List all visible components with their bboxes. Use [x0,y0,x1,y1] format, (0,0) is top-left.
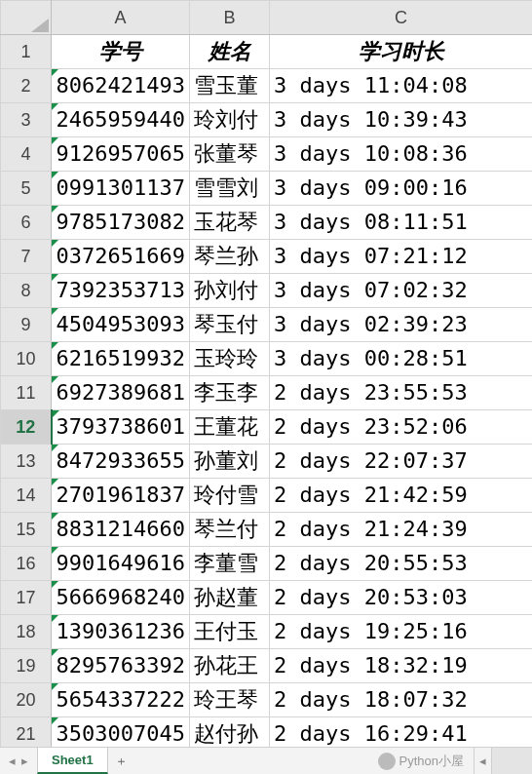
col-header-a[interactable]: A [52,1,190,35]
cell-B5[interactable]: 雪雪刘 [190,172,270,206]
col-header-b[interactable]: B [190,1,270,35]
cell-B12[interactable]: 王董花 [190,410,270,445]
cell-C14[interactable]: 2 days 21:42:59 [270,479,533,513]
cell-B17[interactable]: 孙赵董 [190,581,270,615]
cell-A17[interactable]: 5666968240 [52,581,190,615]
sheet-tab-active[interactable]: Sheet1 [37,748,108,774]
cell-A10[interactable]: 6216519932 [52,342,190,376]
cell-B2[interactable]: 雪玉董 [190,69,270,103]
cell-B4[interactable]: 张董琴 [190,137,270,172]
grid-table: A B C 1学号姓名学习时长28062421493雪玉董3 days 11:0… [0,0,532,747]
row-header[interactable]: 10 [1,342,52,376]
add-sheet-button[interactable]: ＋ [108,748,135,774]
cell-B16[interactable]: 李董雪 [190,547,270,581]
cell-C8[interactable]: 3 days 07:02:32 [270,274,533,308]
row-header[interactable]: 18 [1,615,52,649]
cell-B15[interactable]: 琴兰付 [190,513,270,547]
cell-A19[interactable]: 8295763392 [52,649,190,683]
hscroll-track[interactable] [491,748,532,774]
cell-B1[interactable]: 姓名 [190,35,270,69]
cell-A7[interactable]: 0372651669 [52,240,190,274]
cell-C16[interactable]: 2 days 20:55:53 [270,547,533,581]
cell-B21[interactable]: 赵付孙 [190,717,270,748]
cell-A11[interactable]: 6927389681 [52,376,190,410]
row-header[interactable]: 14 [1,479,52,513]
row-header[interactable]: 20 [1,683,52,717]
cell-A18[interactable]: 1390361236 [52,615,190,649]
cell-A20[interactable]: 5654337222 [52,683,190,717]
cell-A2[interactable]: 8062421493 [52,69,190,103]
row-header[interactable]: 6 [1,206,52,240]
cell-B18[interactable]: 王付玉 [190,615,270,649]
cell-C11[interactable]: 2 days 23:55:53 [270,376,533,410]
cell-C19[interactable]: 2 days 18:32:19 [270,649,533,683]
spreadsheet-grid[interactable]: A B C 1学号姓名学习时长28062421493雪玉董3 days 11:0… [0,0,532,747]
cell-C1[interactable]: 学习时长 [270,35,533,69]
watermark: Python小屋 [368,748,474,774]
row-header[interactable]: 17 [1,581,52,615]
row-header[interactable]: 21 [1,717,52,748]
cell-B7[interactable]: 琴兰孙 [190,240,270,274]
cell-C7[interactable]: 3 days 07:21:12 [270,240,533,274]
cell-C6[interactable]: 3 days 08:11:51 [270,206,533,240]
cell-A5[interactable]: 0991301137 [52,172,190,206]
cell-C3[interactable]: 3 days 10:39:43 [270,103,533,137]
cell-C18[interactable]: 2 days 19:25:16 [270,615,533,649]
watermark-text: Python小屋 [399,753,464,770]
col-header-c[interactable]: C [270,1,533,35]
cell-A16[interactable]: 9901649616 [52,547,190,581]
cell-A3[interactable]: 2465959440 [52,103,190,137]
cell-B19[interactable]: 孙花王 [190,649,270,683]
cell-B6[interactable]: 玉花琴 [190,206,270,240]
cell-A15[interactable]: 8831214660 [52,513,190,547]
cell-C5[interactable]: 3 days 09:00:16 [270,172,533,206]
cell-A14[interactable]: 2701961837 [52,479,190,513]
cell-C2[interactable]: 3 days 11:04:08 [270,69,533,103]
row-header[interactable]: 8 [1,274,52,308]
cell-C21[interactable]: 2 days 16:29:41 [270,717,533,748]
cell-B8[interactable]: 孙刘付 [190,274,270,308]
sheet-tab-bar: ◂ ▸ Sheet1 ＋ Python小屋 ◂ [0,747,532,774]
cell-B13[interactable]: 孙董刘 [190,445,270,479]
cell-B11[interactable]: 李玉李 [190,376,270,410]
hscroll-left-button[interactable]: ◂ [474,748,491,774]
cell-B3[interactable]: 玲刘付 [190,103,270,137]
cell-C20[interactable]: 2 days 18:07:32 [270,683,533,717]
row-header[interactable]: 3 [1,103,52,137]
select-all-corner[interactable] [1,1,52,35]
cell-B10[interactable]: 玉玲玲 [190,342,270,376]
row-header[interactable]: 11 [1,376,52,410]
row-header[interactable]: 13 [1,445,52,479]
cell-A4[interactable]: 9126957065 [52,137,190,172]
cell-C15[interactable]: 2 days 21:24:39 [270,513,533,547]
cell-B20[interactable]: 玲王琴 [190,683,270,717]
row-header[interactable]: 15 [1,513,52,547]
cell-A21[interactable]: 3503007045 [52,717,190,748]
cell-C4[interactable]: 3 days 10:08:36 [270,137,533,172]
cell-A8[interactable]: 7392353713 [52,274,190,308]
row-header[interactable]: 7 [1,240,52,274]
row-header[interactable]: 9 [1,308,52,342]
nav-prev-icon[interactable]: ◂ [9,754,16,768]
row-header[interactable]: 16 [1,547,52,581]
cell-C17[interactable]: 2 days 20:53:03 [270,581,533,615]
cell-C9[interactable]: 3 days 02:39:23 [270,308,533,342]
nav-next-icon[interactable]: ▸ [21,754,28,768]
cell-A6[interactable]: 9785173082 [52,206,190,240]
row-header[interactable]: 12 [1,410,52,445]
cell-A1[interactable]: 学号 [52,35,190,69]
cell-B14[interactable]: 玲付雪 [190,479,270,513]
cell-A9[interactable]: 4504953093 [52,308,190,342]
row-header[interactable]: 1 [1,35,52,69]
row-header[interactable]: 5 [1,172,52,206]
tab-nav: ◂ ▸ [0,748,37,774]
cell-A12[interactable]: 3793738601 [52,410,190,445]
cell-C12[interactable]: 2 days 23:52:06 [270,410,533,445]
row-header[interactable]: 2 [1,69,52,103]
cell-B9[interactable]: 琴玉付 [190,308,270,342]
row-header[interactable]: 19 [1,649,52,683]
cell-C10[interactable]: 3 days 00:28:51 [270,342,533,376]
cell-A13[interactable]: 8472933655 [52,445,190,479]
cell-C13[interactable]: 2 days 22:07:37 [270,445,533,479]
row-header[interactable]: 4 [1,137,52,172]
